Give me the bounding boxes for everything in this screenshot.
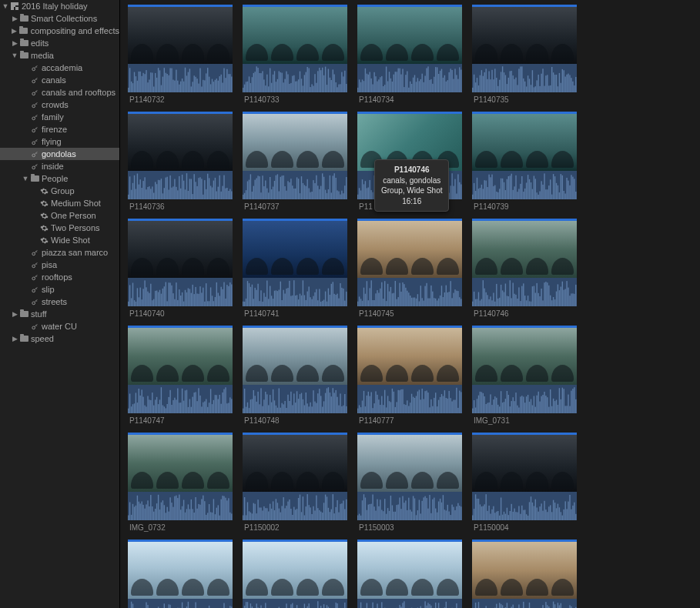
sidebar-item-water-cu[interactable]: water CU	[0, 320, 119, 332]
clip-cell[interactable]: P1150008	[243, 540, 357, 608]
video-filmstrip[interactable]	[128, 114, 233, 171]
disclosure-arrow[interactable]: ▼	[2, 2, 9, 10]
sidebar-item-medium-shot[interactable]: Medium Shot	[0, 197, 119, 209]
sidebar-item-family[interactable]: family	[0, 111, 119, 123]
clip-thumbnail[interactable]	[128, 5, 233, 92]
video-filmstrip[interactable]	[472, 114, 577, 171]
clip-cell[interactable]: P1140745	[357, 219, 472, 318]
clip-thumbnail[interactable]	[472, 112, 577, 199]
sidebar-item-slip[interactable]: slip	[0, 283, 119, 296]
video-filmstrip[interactable]	[357, 221, 462, 278]
clip-cell[interactable]: P1140747	[128, 326, 243, 425]
clip-cell[interactable]: P1140732	[128, 5, 243, 104]
disclosure-arrow[interactable]: ▶	[11, 15, 18, 22]
sidebar-item-gondolas[interactable]: gondolas	[0, 148, 119, 160]
disclosure-arrow[interactable]: ▶	[11, 39, 18, 47]
clip-thumbnail[interactable]	[128, 433, 233, 520]
clip-cell[interactable]: P1140734	[357, 5, 472, 104]
sidebar-item-rooftops[interactable]: rooftops	[0, 271, 119, 283]
clip-thumbnail[interactable]	[357, 326, 462, 413]
clip-cell[interactable]: P1150004	[472, 433, 587, 532]
video-filmstrip[interactable]	[472, 7, 577, 64]
clip-browser[interactable]: P1140732P1140733P1140734P1140735P1140736…	[120, 0, 700, 608]
sidebar-item-pisa[interactable]: pisa	[0, 259, 119, 271]
clip-cell[interactable]: P1140746	[472, 219, 587, 318]
sidebar-item-accademia[interactable]: accademia	[0, 62, 119, 74]
clip-cell[interactable]: IMG_0732	[128, 433, 243, 532]
clip-thumbnail[interactable]	[243, 540, 347, 608]
clip-cell[interactable]: P1150007	[128, 540, 243, 608]
clip-cell[interactable]: P1140748	[243, 326, 357, 425]
video-filmstrip[interactable]	[357, 435, 462, 492]
clip-thumbnail[interactable]	[357, 219, 462, 306]
video-filmstrip[interactable]	[128, 221, 233, 278]
clip-thumbnail[interactable]	[128, 540, 233, 608]
clip-cell[interactable]: P1140741	[243, 219, 357, 318]
disclosure-arrow[interactable]: ▼	[11, 52, 18, 59]
clip-cell[interactable]: P1140739	[472, 112, 587, 211]
clip-thumbnail[interactable]	[243, 5, 347, 92]
clip-cell[interactable]: P1140735	[472, 5, 587, 104]
sidebar-item-one-person[interactable]: One Person	[0, 209, 119, 222]
video-filmstrip[interactable]	[472, 435, 577, 492]
clip-thumbnail[interactable]	[243, 326, 347, 413]
disclosure-arrow[interactable]: ▶	[11, 310, 18, 318]
clip-thumbnail[interactable]	[357, 433, 462, 520]
sidebar-item-group[interactable]: Group	[0, 185, 119, 197]
video-filmstrip[interactable]	[243, 542, 347, 599]
sidebar-item-inside[interactable]: inside	[0, 160, 119, 172]
sidebar-item-smart-collections[interactable]: ▶Smart Collections	[0, 12, 119, 25]
clip-cell[interactable]: P1150002	[243, 433, 357, 532]
sidebar-item-stuff[interactable]: ▶stuff	[0, 308, 119, 320]
sidebar-item-media[interactable]: ▼media	[0, 49, 119, 62]
clip-cell[interactable]: P1150003	[357, 433, 472, 532]
sidebar-item-people[interactable]: ▼People	[0, 172, 119, 185]
sidebar-item-piazza-san-marco[interactable]: piazza san marco	[0, 246, 119, 259]
sidebar-item-streets[interactable]: streets	[0, 296, 119, 308]
clip-thumbnail[interactable]	[472, 540, 577, 608]
clip-thumbnail[interactable]	[472, 219, 577, 306]
sidebar-item-firenze[interactable]: firenze	[0, 123, 119, 135]
video-filmstrip[interactable]	[357, 542, 462, 599]
sidebar-item-flying[interactable]: flying	[0, 135, 119, 148]
video-filmstrip[interactable]	[472, 221, 577, 278]
clip-thumbnail[interactable]	[357, 540, 462, 608]
clip-thumbnail[interactable]	[357, 5, 462, 92]
sidebar-item-edits[interactable]: ▶edits	[0, 37, 119, 49]
video-filmstrip[interactable]	[128, 435, 233, 492]
sidebar-item-wide-shot[interactable]: Wide Shot	[0, 234, 119, 246]
clip-cell[interactable]: P1140740	[128, 219, 243, 318]
sidebar-item-two-persons[interactable]: Two Persons	[0, 222, 119, 234]
clip-cell[interactable]: P1140733	[243, 5, 357, 104]
clip-thumbnail[interactable]	[128, 112, 233, 199]
clip-thumbnail[interactable]: P1140746canals, gondolasGroup, Wide Shot…	[357, 112, 462, 199]
clip-thumbnail[interactable]	[472, 326, 577, 413]
clip-cell[interactable]: P1140777	[357, 326, 472, 425]
clip-cell[interactable]: P1140736	[128, 112, 243, 211]
video-filmstrip[interactable]	[128, 7, 233, 64]
sidebar-item-compositing-and-effects[interactable]: ▶compositing and effects	[0, 25, 119, 37]
sidebar-item-canals-and-rooftops[interactable]: canals and rooftops	[0, 86, 119, 99]
video-filmstrip[interactable]	[243, 7, 347, 64]
video-filmstrip[interactable]	[128, 328, 233, 385]
video-filmstrip[interactable]	[243, 328, 347, 385]
video-filmstrip[interactable]	[243, 114, 347, 171]
clip-thumbnail[interactable]	[243, 219, 347, 306]
video-filmstrip[interactable]	[472, 542, 577, 599]
clip-cell[interactable]: P1140737	[243, 112, 357, 211]
clip-thumbnail[interactable]	[472, 5, 577, 92]
clip-thumbnail[interactable]	[243, 112, 347, 199]
sidebar-item-canals[interactable]: canals	[0, 74, 119, 86]
video-filmstrip[interactable]	[243, 221, 347, 278]
disclosure-arrow[interactable]: ▼	[22, 175, 29, 182]
disclosure-arrow[interactable]: ▶	[11, 27, 18, 35]
clip-cell[interactable]: P1140746canals, gondolasGroup, Wide Shot…	[357, 112, 472, 211]
video-filmstrip[interactable]	[357, 328, 462, 385]
clip-cell[interactable]: P1150174	[472, 540, 587, 608]
disclosure-arrow[interactable]: ▶	[11, 335, 18, 342]
clip-thumbnail[interactable]	[243, 433, 347, 520]
clip-cell[interactable]: P1150173	[357, 540, 472, 608]
clip-thumbnail[interactable]	[128, 219, 233, 306]
video-filmstrip[interactable]	[243, 435, 347, 492]
clip-thumbnail[interactable]	[472, 433, 577, 520]
